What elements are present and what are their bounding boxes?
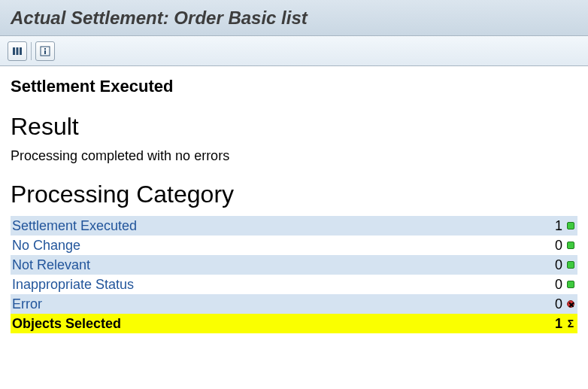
category-row-inappropriate-status[interactable]: Inappropriate Status 0: [11, 275, 577, 294]
total-count: 1: [538, 316, 564, 332]
page-title: Actual Settlement: Order Basic list: [11, 8, 308, 29]
category-count: 0: [538, 238, 564, 254]
total-label: Objects Selected: [11, 316, 538, 332]
category-label: No Change: [11, 238, 538, 254]
svg-rect-0: [13, 47, 15, 55]
status-green-icon: [564, 222, 577, 229]
title-bar: Actual Settlement: Order Basic list: [0, 0, 588, 36]
category-label: Error: [11, 296, 538, 312]
result-message: Processing completed with no errors: [11, 148, 577, 164]
layout-button[interactable]: [8, 41, 27, 61]
sigma-icon: Σ: [564, 318, 577, 330]
category-count: 0: [538, 296, 564, 312]
status-green-icon: [564, 281, 577, 288]
processing-category-table: Settlement Executed 1 No Change 0 Not Re…: [11, 216, 577, 333]
toolbar: [0, 36, 588, 66]
subtitle: Settlement Executed: [11, 77, 577, 96]
category-label: Not Relevant: [11, 257, 538, 273]
status-red-icon: [564, 300, 577, 308]
toolbar-divider: [31, 42, 32, 60]
info-button[interactable]: [35, 41, 55, 61]
category-row-not-relevant[interactable]: Not Relevant 0: [11, 255, 577, 275]
info-icon: [40, 46, 50, 56]
category-row-settlement-executed[interactable]: Settlement Executed 1: [11, 216, 577, 236]
status-green-icon: [564, 261, 577, 269]
svg-rect-2: [20, 47, 22, 55]
processing-category-heading: Processing Category: [11, 181, 577, 208]
category-count: 0: [538, 277, 564, 293]
category-row-no-change[interactable]: No Change 0: [11, 236, 577, 255]
category-label: Settlement Executed: [11, 218, 538, 234]
column-layout-icon: [12, 46, 23, 56]
svg-rect-4: [44, 48, 46, 50]
category-count: 1: [538, 218, 564, 234]
svg-rect-1: [17, 47, 19, 55]
svg-rect-5: [44, 50, 46, 54]
category-label: Inappropriate Status: [11, 277, 538, 293]
category-count: 0: [538, 257, 564, 273]
result-heading: Result: [11, 113, 577, 141]
category-row-total: Objects Selected 1 Σ: [11, 314, 577, 333]
content-area: Settlement Executed Result Processing co…: [0, 66, 588, 333]
category-row-error[interactable]: Error 0: [11, 294, 577, 314]
status-green-icon: [564, 242, 577, 249]
